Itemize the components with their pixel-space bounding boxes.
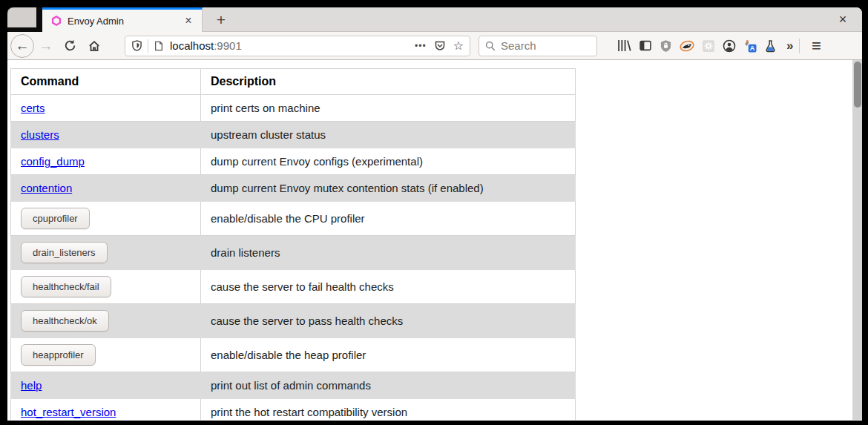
search-input[interactable] (501, 39, 582, 52)
tab-title: Envoy Admin (68, 16, 181, 27)
back-button[interactable]: ← (10, 34, 34, 58)
search-bar[interactable] (479, 36, 597, 56)
overflow-chevron-icon[interactable]: » (786, 39, 793, 53)
command-link[interactable]: hot_restart_version (21, 406, 116, 418)
table-row: hot_restart_versionprint the hot restart… (11, 399, 576, 421)
command-link[interactable]: help (21, 379, 42, 392)
url-bar[interactable]: localhost:9901 ••• ☆ (125, 36, 470, 56)
description-cell: print certs on machine (201, 95, 576, 122)
description-cell: enable/disable the heap profiler (201, 338, 576, 372)
shield-lock-extension-icon[interactable] (660, 39, 672, 53)
divider (799, 39, 800, 53)
command-link[interactable]: certs (21, 102, 45, 114)
page-actions-icon[interactable]: ••• (415, 41, 427, 51)
table-row: config_dumpdump current Envoy configs (e… (11, 148, 576, 175)
window-close-icon[interactable]: × (832, 9, 853, 30)
tab-envoy-admin[interactable]: Envoy Admin × (42, 7, 203, 32)
command-cell: heapprofiler (11, 338, 201, 372)
command-cell: cpuprofiler (11, 202, 201, 236)
page-icon (154, 40, 164, 52)
tab-close-icon[interactable]: × (181, 13, 196, 28)
command-cell: contention (11, 175, 201, 202)
library-icon[interactable] (617, 39, 631, 52)
page-content: Command Description certsprint certs on … (7, 60, 862, 420)
disabled-extension-icon[interactable] (702, 39, 715, 53)
command-button[interactable]: drain_listeners (21, 242, 108, 263)
new-tab-button[interactable]: + (211, 10, 231, 30)
table-row: helpprint out list of admin commands (11, 372, 576, 399)
envoy-favicon-icon (51, 16, 62, 26)
reload-button[interactable] (59, 35, 81, 57)
description-cell: dump current Envoy mutex contention stat… (201, 175, 576, 202)
scrollbar-thumb[interactable] (854, 62, 861, 108)
browser-window: Envoy Admin × + × ← → localhost:9901 ••• (7, 7, 862, 421)
tab-bar: Envoy Admin × + × (7, 7, 862, 32)
command-cell: healthcheck/fail (11, 270, 201, 304)
table-row: certsprint certs on machine (11, 95, 576, 122)
command-cell: certs (11, 95, 201, 122)
url-text[interactable]: localhost:9901 (170, 39, 415, 52)
description-cell: print out list of admin commands (201, 372, 576, 399)
description-cell: cause the server to pass health checks (201, 304, 576, 338)
translate-extension-icon[interactable]: A (743, 39, 757, 53)
description-cell: upstream cluster status (201, 122, 576, 148)
svg-text:A: A (750, 45, 755, 52)
description-cell: dump current Envoy configs (experimental… (201, 148, 576, 175)
command-column-header: Command (11, 69, 201, 95)
description-cell: print the hot restart compatibility vers… (201, 399, 576, 421)
table-row: healthcheck/okcause the server to pass h… (11, 304, 576, 338)
bookmark-star-icon[interactable]: ☆ (453, 39, 464, 53)
command-button[interactable]: healthcheck/ok (21, 310, 109, 332)
command-button[interactable]: healthcheck/fail (21, 276, 111, 297)
home-button[interactable] (83, 35, 105, 57)
account-icon[interactable] (723, 39, 736, 53)
description-cell: cause the server to fail health checks (201, 270, 576, 304)
shield-permissions-icon[interactable] (131, 39, 142, 52)
table-row: healthcheck/failcause the server to fail… (11, 270, 576, 304)
description-column-header: Description (201, 69, 576, 95)
description-cell: enable/disable the CPU profiler (201, 202, 576, 236)
toolbar-extension-icons: A (614, 39, 780, 53)
admin-commands-table: Command Description certsprint certs on … (10, 68, 576, 420)
forward-button[interactable]: → (36, 36, 56, 56)
command-cell: healthcheck/ok (11, 304, 201, 338)
command-cell: hot_restart_version (11, 399, 201, 421)
badger-extension-icon[interactable] (680, 39, 694, 53)
table-header-row: Command Description (11, 69, 576, 95)
flask-extension-icon[interactable] (764, 39, 777, 53)
table-row: cpuprofilerenable/disable the CPU profil… (11, 202, 576, 236)
table-row: contentiondump current Envoy mutex conte… (11, 175, 576, 202)
pocket-icon[interactable] (434, 39, 446, 52)
command-link[interactable]: clusters (21, 128, 59, 141)
divider (148, 39, 148, 53)
description-cell: drain listeners (201, 236, 576, 270)
command-cell: config_dump (11, 148, 201, 175)
url-port: :9901 (214, 39, 242, 52)
command-cell: drain_listeners (11, 236, 201, 270)
nav-toolbar: ← → localhost:9901 ••• ☆ (7, 32, 862, 60)
command-cell: clusters (11, 122, 201, 148)
search-icon (485, 41, 496, 51)
sidebar-icon[interactable] (639, 39, 652, 52)
table-row: clustersupstream cluster status (11, 122, 576, 148)
table-row: heapprofilerenable/disable the heap prof… (11, 338, 576, 372)
titlebar-spacer (7, 7, 36, 27)
command-button[interactable]: cpuprofiler (21, 208, 90, 229)
table-row: drain_listenersdrain listeners (11, 236, 576, 270)
command-button[interactable]: heapprofiler (21, 344, 96, 366)
vertical-scrollbar[interactable] (852, 60, 862, 420)
command-link[interactable]: config_dump (21, 155, 85, 168)
hamburger-menu-icon[interactable]: ≡ (806, 36, 826, 56)
command-link[interactable]: contention (21, 182, 72, 194)
url-host: localhost (170, 39, 214, 52)
command-cell: help (11, 372, 201, 399)
